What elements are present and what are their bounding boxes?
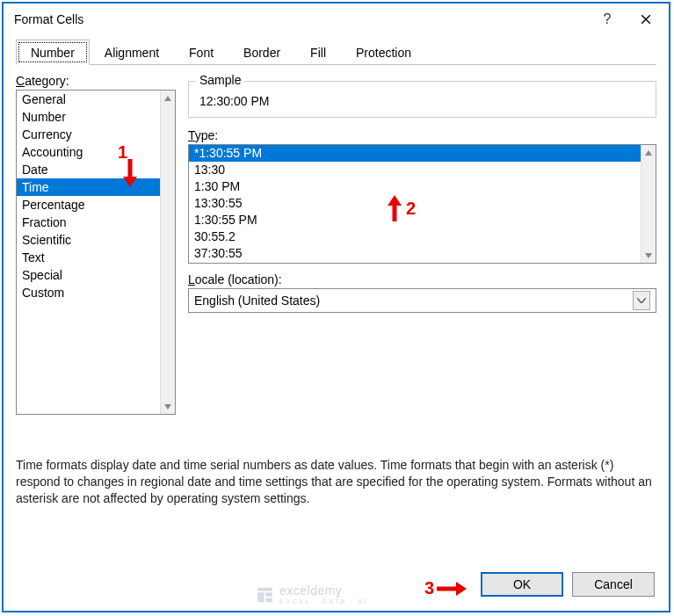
type-item[interactable]: 30:55.2 [189, 228, 641, 245]
type-scrollbar[interactable] [641, 145, 656, 263]
chevron-down-icon [637, 298, 646, 303]
format-cells-dialog: Format Cells ? Number Alignment Font Bor… [4, 4, 669, 611]
tab-protection[interactable]: Protection [341, 40, 426, 65]
category-item-fraction[interactable]: Fraction [17, 214, 160, 231]
arrow-right-icon [437, 580, 468, 598]
help-icon: ? [604, 11, 612, 27]
ok-button[interactable]: OK [481, 572, 563, 597]
tab-strip: Number Alignment Font Border Fill Protec… [16, 39, 656, 65]
locale-label: Locale (location): [188, 272, 656, 286]
scroll-up-icon[interactable] [161, 91, 175, 105]
category-scrollbar[interactable] [160, 91, 175, 414]
annotation-1-arrow [121, 159, 139, 189]
sample-value: 12:30:00 PM [198, 91, 647, 112]
category-item-number[interactable]: Number [17, 108, 160, 126]
type-item[interactable]: 13:30 [189, 162, 641, 178]
sample-group: Sample 12:30:00 PM [188, 81, 656, 118]
category-item-general[interactable]: General [17, 91, 160, 108]
category-label: Category: [16, 74, 176, 88]
arrow-up-icon [386, 195, 403, 221]
annotation-2-arrow: 2 [386, 195, 416, 221]
category-item-special[interactable]: Special [17, 266, 160, 284]
tab-number[interactable]: Number [16, 40, 90, 65]
watermark-icon [255, 585, 274, 605]
window-title: Format Cells [14, 12, 588, 26]
type-item[interactable]: *1:30:55 PM [189, 145, 641, 162]
locale-value: English (United States) [194, 294, 633, 308]
category-item-currency[interactable]: Currency [17, 126, 160, 143]
watermark: exceldemy EXCEL · DATA · BI [255, 583, 368, 605]
titlebar: Format Cells ? [4, 4, 669, 35]
help-button[interactable]: ? [588, 6, 627, 33]
category-item-accounting[interactable]: Accounting [17, 143, 160, 161]
category-listbox[interactable]: General Number Currency Accounting Date … [16, 90, 176, 415]
dialog-footer: OK Cancel [481, 572, 655, 597]
annotation-3: 3 [424, 578, 468, 598]
locale-combobox[interactable]: English (United States) [188, 288, 656, 313]
tab-fill[interactable]: Fill [295, 40, 341, 65]
type-item[interactable]: 37:30:55 [189, 245, 641, 262]
scroll-up-icon[interactable] [641, 145, 656, 160]
tab-border[interactable]: Border [228, 40, 295, 65]
type-item[interactable]: 1:30 PM [189, 178, 641, 195]
combo-dropdown-button[interactable] [633, 291, 650, 310]
description-text: Time formats display date and time seria… [16, 457, 656, 507]
type-label: Type: [188, 128, 656, 142]
sample-label: Sample [196, 73, 244, 87]
tab-alignment[interactable]: Alignment [90, 40, 174, 65]
category-item-custom[interactable]: Custom [17, 284, 160, 301]
category-item-scientific[interactable]: Scientific [17, 231, 160, 249]
close-button[interactable] [627, 6, 665, 33]
arrow-down-icon [121, 159, 139, 189]
type-listbox[interactable]: *1:30:55 PM 13:30 1:30 PM 13:30:55 1:30:… [188, 144, 656, 264]
close-icon [641, 14, 651, 25]
category-item-percentage[interactable]: Percentage [17, 196, 160, 214]
cancel-button[interactable]: Cancel [572, 572, 655, 597]
tab-font[interactable]: Font [174, 40, 228, 65]
category-item-text[interactable]: Text [17, 249, 160, 266]
scroll-down-icon[interactable] [161, 399, 175, 414]
scroll-down-icon[interactable] [641, 248, 656, 263]
